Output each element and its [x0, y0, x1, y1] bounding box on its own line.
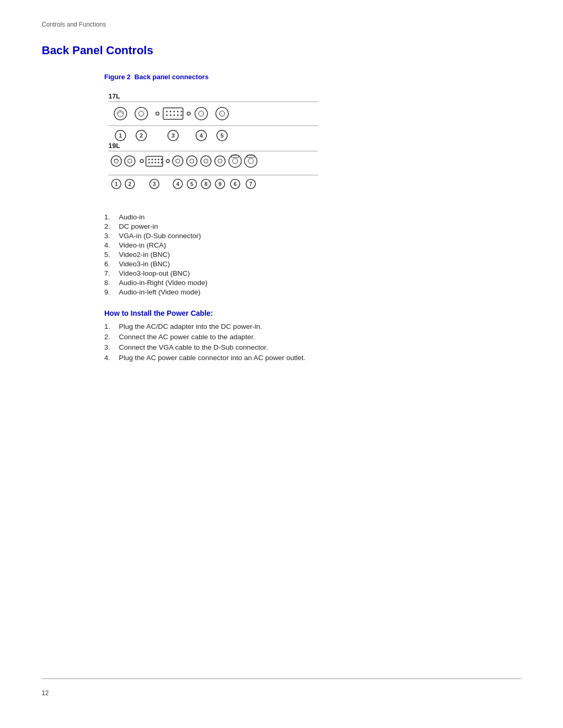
figure-caption: Figure 2 Back panel connectors [104, 73, 521, 81]
install-step: 3. Connect the VGA cable to the D-Sub co… [104, 343, 521, 351]
install-step: 4. Plug the AC power cable connector int… [104, 354, 521, 362]
svg-point-56 [190, 159, 194, 163]
svg-point-38 [125, 156, 135, 166]
install-step: 1. Plug the AC/DC adapter into the DC po… [104, 323, 521, 330]
list-num: 2. [104, 223, 119, 230]
svg-text:1: 1 [119, 132, 122, 139]
svg-point-14 [170, 115, 172, 116]
svg-point-59 [215, 156, 225, 166]
svg-point-62 [232, 158, 238, 164]
svg-text:9: 9 [218, 181, 222, 187]
step-num: 1. [104, 323, 119, 330]
svg-point-55 [187, 156, 197, 166]
svg-point-22 [219, 111, 225, 116]
list-num: 3. [104, 232, 119, 240]
list-text: Audio-in [119, 213, 145, 221]
list-num: 5. [104, 251, 119, 258]
svg-point-11 [177, 111, 179, 113]
step-text: Plug the AC power cable connector into a… [119, 354, 305, 362]
svg-point-15 [174, 115, 175, 116]
svg-point-43 [152, 159, 153, 161]
svg-point-50 [158, 162, 160, 164]
svg-point-52 [166, 159, 169, 163]
svg-point-16 [177, 115, 179, 116]
svg-point-46 [161, 159, 163, 161]
svg-text:2: 2 [140, 132, 143, 139]
list-item: 1. Audio-in [104, 213, 521, 221]
install-steps-list: 1. Plug the AC/DC adapter into the DC po… [104, 323, 521, 362]
list-text: Video-in (RCA) [119, 241, 166, 249]
list-item: 4. Video-in (RCA) [104, 241, 521, 249]
back-panel-diagram: 17L [104, 88, 323, 203]
list-num: 6. [104, 260, 119, 268]
svg-point-48 [152, 162, 153, 164]
list-text: VGA-in (D-Sub connector) [119, 232, 201, 240]
svg-text:6: 6 [234, 181, 237, 187]
list-text: DC power-in [119, 223, 158, 230]
list-item: 9. Audio-in-left (Video mode) [104, 288, 521, 296]
svg-point-13 [166, 115, 168, 116]
svg-rect-7 [163, 108, 183, 119]
list-item: 8. Audio-in-Right (Video mode) [104, 279, 521, 287]
svg-point-20 [199, 111, 204, 116]
svg-text:17L: 17L [108, 92, 120, 100]
svg-text:3: 3 [153, 181, 156, 187]
figure-title: Back panel connectors [134, 73, 209, 81]
step-text: Connect the VGA cable to the D-Sub conne… [119, 343, 268, 351]
svg-point-53 [173, 156, 183, 166]
step-text: Connect the AC power cable to the adapte… [119, 333, 255, 341]
svg-text:5: 5 [190, 181, 193, 187]
svg-text:3: 3 [172, 132, 175, 139]
svg-point-47 [149, 162, 150, 164]
svg-point-51 [161, 162, 163, 164]
svg-point-64 [248, 158, 253, 164]
svg-point-5 [139, 111, 144, 116]
list-num: 1. [104, 213, 119, 221]
svg-text:8: 8 [204, 181, 207, 187]
svg-point-37 [114, 159, 118, 163]
svg-point-57 [201, 156, 211, 166]
svg-rect-41 [146, 156, 163, 166]
list-num: 9. [104, 288, 119, 296]
svg-text:7: 7 [249, 181, 252, 187]
list-num: 8. [104, 279, 119, 287]
list-item: 6. Video3-in (BNC) [104, 260, 521, 268]
list-text: Video3-loop-out (BNC) [119, 269, 190, 277]
list-text: Video3-in (BNC) [119, 260, 170, 268]
connector-list: 1. Audio-in 2. DC power-in 3. VGA-in (D-… [104, 213, 521, 298]
svg-point-63 [244, 155, 257, 167]
breadcrumb: Controls and Functions [42, 21, 521, 28]
svg-point-8 [166, 111, 168, 113]
svg-point-61 [229, 155, 241, 167]
list-item: 7. Video3-loop-out (BNC) [104, 269, 521, 277]
list-item: 3. VGA-in (D-Sub connector) [104, 232, 521, 240]
list-item: 5. Video2-in (BNC) [104, 251, 521, 258]
svg-point-40 [140, 159, 143, 163]
list-text: Audio-in-Right (Video mode) [119, 279, 207, 287]
page-title: Back Panel Controls [42, 44, 521, 57]
svg-text:5: 5 [221, 132, 224, 139]
svg-point-12 [181, 111, 182, 113]
svg-point-19 [195, 107, 207, 120]
list-text: Audio-in-left (Video mode) [119, 288, 201, 296]
step-num: 3. [104, 343, 119, 351]
svg-point-4 [135, 107, 148, 120]
svg-point-44 [155, 159, 156, 161]
install-section: How to Install the Power Cable: 1. Plug … [104, 309, 521, 364]
list-num: 7. [104, 269, 119, 277]
svg-point-21 [216, 107, 228, 120]
svg-text:4: 4 [176, 181, 179, 187]
figure-number: Figure 2 [104, 73, 131, 81]
svg-text:4: 4 [200, 132, 203, 139]
page-footer: 12 [42, 678, 521, 697]
svg-point-2 [114, 107, 127, 120]
step-num: 2. [104, 333, 119, 341]
svg-point-49 [155, 162, 156, 164]
svg-point-60 [218, 159, 222, 163]
svg-point-18 [187, 112, 190, 115]
svg-text:19L: 19L [108, 142, 120, 150]
install-title: How to Install the Power Cable: [104, 309, 521, 317]
figure-section: Figure 2 Back panel connectors 17L [104, 73, 521, 203]
svg-point-58 [204, 159, 208, 163]
svg-point-9 [170, 111, 172, 113]
